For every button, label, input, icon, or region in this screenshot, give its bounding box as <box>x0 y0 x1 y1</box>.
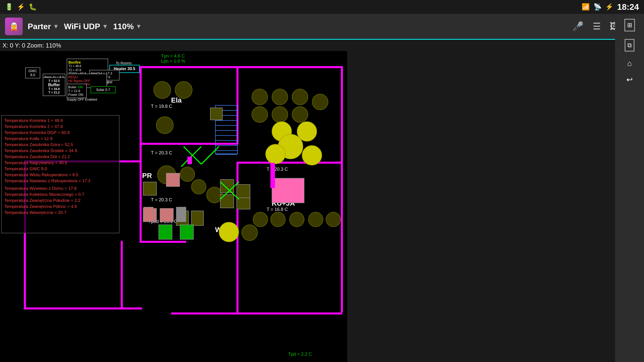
info-line-6: Temperatura Zasobnika Dół = 21.2 <box>4 154 116 159</box>
rect-ku-4 <box>236 184 250 198</box>
wall-bottom-right <box>171 312 238 314</box>
home-button[interactable]: ⌂ <box>627 59 632 68</box>
status-bar-right: 📶 📡 ⚡ 18:24 <box>582 2 639 12</box>
circle-wi-1 <box>242 224 258 241</box>
toolbar-connection-section[interactable]: WiFi UDP ▼ <box>64 22 108 31</box>
wall-right-1 <box>341 66 343 162</box>
circle-sa-7 <box>292 106 308 123</box>
ela-temp: T = 19.8 C <box>151 104 172 109</box>
wall-right-bottom <box>236 312 342 314</box>
circle-bot-1 <box>253 212 268 227</box>
info-line-13: Temperatura Kolektora Słonecznego = 0.7 <box>4 192 116 197</box>
boiler-label: Boiler <box>68 85 76 89</box>
wifi-icon: 📶 <box>582 3 590 11</box>
rect-small-1 <box>176 207 186 222</box>
bug-icon: 🐛 <box>29 3 37 11</box>
app-logo: 🧝 <box>5 18 23 35</box>
usb-icon: ⚡ <box>17 3 25 11</box>
copy-button[interactable]: ⧉ <box>625 39 634 52</box>
rect-pr-pink3 <box>160 208 174 222</box>
supply-panel: Supply OFF Enabled <box>67 98 97 101</box>
circle-pr-3 <box>191 179 206 194</box>
circle-sa-5 <box>252 106 268 123</box>
stair-8 <box>216 141 237 146</box>
toolbar: 🧝 Parter ▼ WiFi UDP ▼ 110% ▼ 🎤 ☰ 🖼 ⛶ <box>0 14 644 39</box>
floor-dropdown-arrow[interactable]: ▼ <box>53 23 59 30</box>
pink-rect-ku <box>272 178 304 203</box>
circle-bot-5 <box>326 212 341 227</box>
wall-left-1 <box>140 66 142 242</box>
buffer-t3: T = 21.2 <box>45 91 64 94</box>
circle-wi-yellow <box>219 222 239 242</box>
green-rect-l1-2 <box>180 224 194 240</box>
wall-v-mid <box>121 241 123 309</box>
boiler-panel: Boiler ON T = 12.9 Power ON <box>67 84 87 98</box>
charging-icon: ⚡ <box>605 3 613 11</box>
fitscreen-button[interactable]: ⊞ <box>624 19 635 31</box>
gwc-value: 9.0 <box>27 73 39 77</box>
stair-9 <box>216 146 237 151</box>
buffer-t2: T = 34.9 <box>45 87 64 91</box>
bonfire-label: Bonfire <box>68 60 106 64</box>
buffer-panel: T = 52.5 Buffer T = 34.9 T = 21.2 <box>43 77 65 96</box>
info-line-10: Temperatura Nawiewu z Rekuperatora = 17.… <box>4 178 116 184</box>
connection-dropdown-arrow[interactable]: ▼ <box>102 23 108 30</box>
sa-temp: T = 20.3 C <box>267 167 288 172</box>
stair-7 <box>216 136 237 141</box>
supply-text: Supply OFF Enabled <box>67 98 97 101</box>
right-sidebar: ⊞ ⧉ ⌂ ↩ <box>615 14 644 362</box>
info-line-4: Temperatura Zasobnika Góra = 52.5 <box>4 142 116 147</box>
solar-value: 0.7 <box>105 88 110 92</box>
rect-ela-1 <box>210 108 223 120</box>
toolbar-zoom-section[interactable]: 110% ▼ <box>113 22 142 31</box>
toolbar-floor-section[interactable]: Parter ▼ <box>28 22 59 31</box>
boiler-t: T = 12.9 <box>68 89 85 93</box>
solar-panel: Solar 0.7 <box>91 86 116 93</box>
list-button[interactable]: ☰ <box>591 19 603 34</box>
ku-temp: T = 16.8 C <box>267 207 288 212</box>
floor-name: Parter <box>28 22 51 31</box>
info-line-12: Temperatura Wywiewu z Domu = 17.8 <box>4 186 116 191</box>
wall-mid-h2 <box>236 162 342 164</box>
ela-wall-top <box>140 66 238 68</box>
circle-sa-3 <box>292 89 308 105</box>
to-rooms-label: To Rooms <box>116 61 132 65</box>
circle-sa-yellow-3 <box>265 144 286 164</box>
zoom-dropdown-arrow[interactable]: ▼ <box>136 23 142 30</box>
circle-ela-3 <box>156 116 174 134</box>
circle-sa-2 <box>272 89 288 105</box>
buffer-label: Buffer <box>45 83 64 87</box>
floor-plan-area[interactable]: Tpn = 4.6 C Lpn = 1.0 % Ela PR SA KU+JA … <box>0 51 347 362</box>
info-line-9: Temperatura Wlotu Rekuperatora = 8.5 <box>4 172 116 177</box>
circle-bot-4 <box>308 212 323 227</box>
wall-bottom-2 <box>24 307 142 309</box>
circle-ela-1 <box>153 81 171 99</box>
time-display: 18:24 <box>617 2 639 12</box>
tpn-label: Tpn = 4.6 C <box>161 54 185 59</box>
pr-label: PR <box>142 172 152 180</box>
left-info-panel: Temperatura Kominka 1 = 48.6Temperatura … <box>1 115 119 233</box>
mic-button[interactable]: 🎤 <box>570 19 586 34</box>
rect-pr-pink <box>166 173 180 187</box>
back-button[interactable]: ↩ <box>626 75 633 84</box>
info-line-1: Temperatura Kominka 2 = 47.6 <box>4 124 116 129</box>
connection-name: WiFi UDP <box>64 22 100 31</box>
stair-4 <box>216 121 237 126</box>
info-line-0: Temperatura Kominka 1 = 48.6 <box>4 118 116 123</box>
info-line-15: Temperatura Zewnętrzna Północ = 4.6 <box>4 204 116 209</box>
wall-right-2 <box>341 162 343 312</box>
boiler-power: Power ON <box>68 93 85 97</box>
lpn-label: Lpn = 1.0 % <box>161 59 185 64</box>
pr-temp1: T = 20.3 C <box>151 150 172 156</box>
circle-bot-2 <box>270 212 286 227</box>
circle-sa-yellow-4 <box>302 145 322 165</box>
gwc-panel: GWC 9.0 <box>25 67 40 78</box>
rect-pr-1 <box>143 182 157 196</box>
rect-ku-2 <box>220 194 234 208</box>
solar-label: Solar <box>96 88 104 92</box>
stair-10 <box>216 151 237 155</box>
recu2-bypass: HE Bypes OFF <box>68 79 105 83</box>
pr-temp2: T = 20.3 C <box>151 197 172 203</box>
bonfire-t2: T2 = 47.6 <box>68 68 81 72</box>
stair-6 <box>216 131 237 136</box>
